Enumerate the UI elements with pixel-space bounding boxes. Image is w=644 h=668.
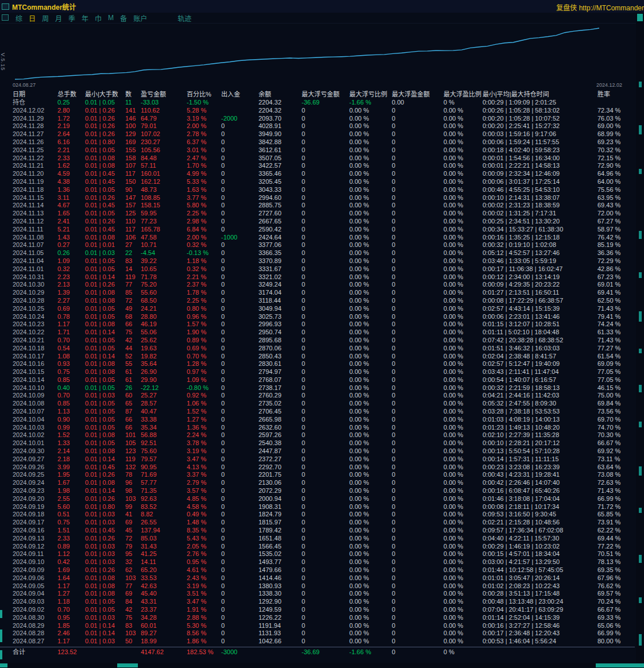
- table-row[interactable]: 2024.11.211.620.01 | 0.0810757.111.70 %0…: [0, 162, 635, 170]
- table-row[interactable]: 2024.09.161.510.01 | 0.4545137.948.35 %0…: [0, 527, 635, 535]
- table-row[interactable]: 2024.09.111.120.01 | 0.039541.252.76 %01…: [0, 550, 635, 558]
- col-count[interactable]: 数: [125, 90, 141, 99]
- window-control-icon[interactable]: [2, 14, 9, 21]
- table-row[interactable]: 2024.09.132.330.01 | 0.267285.035.43 %01…: [0, 535, 635, 543]
- table-row[interactable]: 2024.09.272.180.01 | 0.1411979.573.47 %0…: [0, 455, 635, 464]
- col-balance[interactable]: 余额: [259, 90, 302, 99]
- menu-item-季[interactable]: 季: [68, 13, 75, 23]
- table-row[interactable]: 2024.09.263.990.01 | 0.4513290.954.13 %0…: [0, 464, 635, 472]
- table-row[interactable]: 2024.09.091.690.01 | 0.266265.204.61 %01…: [0, 566, 635, 574]
- table-row[interactable]: 2024.11.272.640.01 | 0.26129107.022.78 %…: [0, 130, 635, 138]
- table-row[interactable]: 2024.11.194.380.01 | 0.45150162.125.33 %…: [0, 178, 635, 186]
- table-row[interactable]: 2024.10.282.270.01 | 0.087268.502.25 %03…: [0, 297, 635, 305]
- table-row[interactable]: 2024.11.131.650.01 | 0.0512559.952.25 %0…: [0, 210, 635, 218]
- menu-item-年[interactable]: 年: [82, 13, 88, 23]
- table-row[interactable]: 2024.09.051.170.01 | 0.087742.633.19 %01…: [0, 582, 635, 590]
- col-date[interactable]: 日期: [13, 90, 57, 99]
- col-pnl[interactable]: 盈亏金额: [141, 90, 187, 99]
- col-max-float-loss[interactable]: 最大浮亏金额: [302, 90, 349, 99]
- table-row[interactable]: 2024.09.041.270.01 | 0.086945.403.51 %01…: [0, 590, 635, 598]
- table-row[interactable]: 2024.10.312.230.01 | 0.1411971.782.21 %0…: [0, 273, 635, 281]
- col-max-float-profit-pct[interactable]: 最大浮盈比例: [444, 90, 483, 99]
- table-row[interactable]: 2024.11.010.320.01 | 0.051410.650.32 %03…: [0, 265, 635, 273]
- col-min-max-lots[interactable]: 最小|大手数: [85, 90, 125, 99]
- table-row[interactable]: 2024.09.031.180.01 | 0.058443.313.47 %01…: [0, 598, 635, 606]
- menu-item-月[interactable]: 月: [55, 13, 62, 23]
- table-row[interactable]: 2024.09.241.670.01 | 0.089657.772.79 %02…: [0, 479, 635, 487]
- col-total-lots[interactable]: 总手数: [57, 90, 85, 99]
- table-row[interactable]: 2024.12.022.800.01 | 0.26141110.625.28 %…: [0, 107, 635, 115]
- table-row[interactable]: 2024.10.171.080.01 | 0.145219.820.70 %02…: [0, 353, 635, 361]
- table-row[interactable]: 2024.10.040.900.01 | 0.056633.381.27 %02…: [0, 416, 635, 424]
- table-row[interactable]: 2024.09.202.550.01 | 0.2610392.634.85 %0…: [0, 495, 635, 503]
- table-row[interactable]: 2024.11.282.190.01 | 0.2610079.012.00 %0…: [0, 122, 635, 130]
- menu-item-M[interactable]: M: [108, 14, 114, 22]
- table-row[interactable]: 2024.11.204.590.01 | 0.45117160.014.99 %…: [0, 170, 635, 178]
- table-row[interactable]: 2024.11.291.720.01 | 0.2614664.793.19 %-…: [0, 115, 635, 123]
- menu-item-综[interactable]: 综: [16, 13, 22, 23]
- table-row[interactable]: 2024.11.041.090.01 | 0.058339.221.18 %03…: [0, 257, 635, 265]
- table-row[interactable]: 2024.08.300.950.01 | 0.037534.282.88 %01…: [0, 614, 635, 622]
- table-row[interactable]: 2024.10.150.750.01 | 0.086126.900.97 %02…: [0, 368, 635, 376]
- table-row[interactable]: 2024.09.100.420.01 | 0.033214.110.95 %01…: [0, 558, 635, 566]
- vendor-link[interactable]: 复盘侠 http://MTCommander: [556, 2, 644, 12]
- cell-pct: 0.95 %: [187, 558, 221, 566]
- table-row[interactable]: 2024.10.021.520.01 | 0.0810156.882.24 %0…: [0, 431, 635, 439]
- table-row[interactable]: 2024.10.180.540.01 | 0.054419.630.69 %02…: [0, 345, 635, 353]
- menu-item-账户[interactable]: 账户: [133, 13, 147, 23]
- horizontal-scrollbar[interactable]: [0, 663, 644, 668]
- col-max-float-profit[interactable]: 最大浮盈金额: [392, 90, 444, 99]
- table-row[interactable]: 2024.09.195.600.01 | 0.809983.524.58 %01…: [0, 503, 635, 511]
- table-row[interactable]: 2024.10.140.850.01 | 0.056129.901.09 %02…: [0, 376, 635, 384]
- table-row[interactable]: 2024.08.271.170.01 | 0.035018.991.86 %01…: [0, 638, 635, 646]
- position-row[interactable]: 持仓0.250.01 | 0.0511-33.03-1.50 %2204.32-…: [0, 99, 635, 107]
- table-row[interactable]: 2024.11.081.430.01 | 0.0810647.582.00 %-…: [0, 234, 635, 242]
- table-row[interactable]: 2024.10.090.700.01 | 0.036025.270.92 %02…: [0, 392, 635, 400]
- table-row[interactable]: 2024.10.302.130.01 | 0.267775.202.37 %03…: [0, 281, 635, 289]
- menu-item-周[interactable]: 周: [42, 13, 49, 23]
- table-row[interactable]: 2024.09.061.640.01 | 0.0810333.532.43 %0…: [0, 574, 635, 582]
- total-row[interactable]: 合计 123.52 4147.62 182.53 % -3000 -36.69 …: [0, 647, 635, 657]
- table-row[interactable]: 2024.11.181.360.01 | 0.059048.731.63 %03…: [0, 186, 635, 194]
- table-row[interactable]: 2024.10.160.930.01 | 0.085535.641.28 %02…: [0, 360, 635, 368]
- table-row[interactable]: 2024.08.282.460.01 | 0.1410389.278.56 %0…: [0, 630, 635, 638]
- menu-item-日[interactable]: 日: [29, 13, 36, 23]
- table-row[interactable]: 2024.10.291.390.01 | 0.088555.601.78 %03…: [0, 289, 635, 297]
- table-row[interactable]: 2024.11.122.410.01 | 0.2611077.232.98 %0…: [0, 218, 635, 226]
- table-row[interactable]: 2024.11.050.260.01 | 0.0322-4.54-0.13 %0…: [0, 249, 635, 257]
- col-hold-time[interactable]: 最小|平均|最大持仓时间: [483, 90, 597, 99]
- table-row[interactable]: 2024.09.120.890.01 | 0.037931.432.05 %01…: [0, 543, 635, 551]
- table-row[interactable]: 2024.09.180.510.01 | 0.03418.820.49 %018…: [0, 511, 635, 519]
- table-row[interactable]: 2024.10.030.990.01 | 0.056635.341.36 %02…: [0, 424, 635, 432]
- table-row[interactable]: 2024.11.222.330.01 | 0.0815884.482.47 %0…: [0, 155, 635, 163]
- table-row[interactable]: 2024.10.210.700.01 | 0.054225.620.89 %02…: [0, 337, 635, 345]
- menu-item-备[interactable]: 备: [120, 13, 127, 23]
- table-row[interactable]: 2024.11.115.210.01 | 0.45117165.786.84 %…: [0, 226, 635, 234]
- table-row[interactable]: 2024.10.231.170.01 | 0.086646.191.57 %02…: [0, 321, 635, 329]
- table-row[interactable]: 2024.11.070.270.01 | 0.012710.710.32 %03…: [0, 241, 635, 249]
- table-row[interactable]: 2024.10.240.780.01 | 0.056828.800.96 %03…: [0, 313, 635, 321]
- col-percent[interactable]: 百分比%: [187, 90, 221, 99]
- table-row[interactable]: 2024.10.100.400.01 | 0.0526-22.12-0.80 %…: [0, 384, 635, 392]
- table-row[interactable]: 2024.11.153.110.01 | 0.26147108.853.77 %…: [0, 194, 635, 202]
- vertical-scrollbar[interactable]: [636, 13, 644, 663]
- table-row[interactable]: 2024.10.011.330.01 | 0.0510592.513.78 %0…: [0, 439, 635, 447]
- table-row[interactable]: 2024.10.071.130.01 | 0.058740.471.52 %02…: [0, 408, 635, 416]
- table-row[interactable]: 2024.09.231.980.01 | 0.149871.353.57 %02…: [0, 487, 635, 495]
- col-win-rate[interactable]: 胜率: [597, 90, 635, 99]
- table-row[interactable]: 2024.09.170.750.01 | 0.036926.551.48 %01…: [0, 519, 635, 527]
- table-row[interactable]: 2024.11.266.160.01 | 0.80169230.276.37 %…: [0, 138, 635, 146]
- table-row[interactable]: 2024.11.252.210.01 | 0.05155105.563.01 %…: [0, 146, 635, 155]
- table-row[interactable]: 2024.10.080.850.01 | 0.056528.571.06 %02…: [0, 400, 635, 408]
- menu-item-轨迹[interactable]: 轨迹: [178, 13, 191, 23]
- col-max-float-loss-pct[interactable]: 最大浮亏比例: [349, 90, 392, 99]
- table-row[interactable]: 2024.09.020.700.01 | 0.054223.371.91 %01…: [0, 606, 635, 614]
- table-row[interactable]: 2024.10.250.690.01 | 0.054924.210.80 %03…: [0, 305, 635, 313]
- table-row[interactable]: 2024.11.144.670.01 | 0.45157158.155.80 %…: [0, 202, 635, 210]
- menu-item-巾[interactable]: 巾: [95, 13, 102, 23]
- table-row[interactable]: 2024.10.221.710.01 | 0.147555.061.90 %02…: [0, 329, 635, 337]
- table-row[interactable]: 2024.09.302.140.01 | 0.0812375.603.19 %0…: [0, 447, 635, 455]
- col-inout[interactable]: 出入金: [221, 90, 259, 99]
- table-row[interactable]: 2024.08.291.850.01 | 0.148360.015.30 %01…: [0, 622, 635, 630]
- table-row[interactable]: 2024.09.251.950.01 | 0.267871.693.37 %02…: [0, 471, 635, 479]
